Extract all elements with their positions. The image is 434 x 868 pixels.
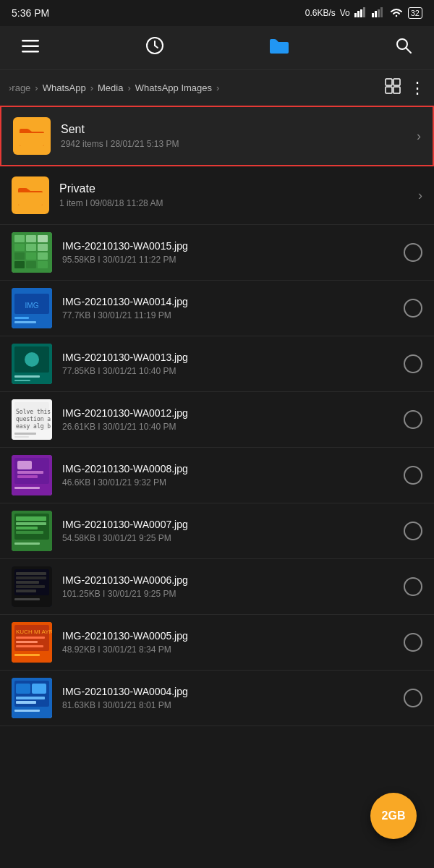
file-item-0008[interactable]: IMG-20210130-WA0008.jpg 46.6KB I 30/01/2… bbox=[0, 448, 434, 503]
svg-point-40 bbox=[25, 352, 39, 367]
file-checkbox-0006[interactable] bbox=[404, 577, 422, 596]
file-info-0005: IMG-20210130-WA0005.jpg 48.92KB I 30/01/… bbox=[62, 630, 398, 655]
folder-sent-info: Sent 2942 items I 28/01/21 5:13 PM bbox=[61, 123, 411, 149]
folder-button[interactable] bbox=[266, 36, 292, 60]
history-button[interactable] bbox=[142, 36, 168, 59]
svg-rect-55 bbox=[14, 487, 40, 489]
search-button[interactable] bbox=[391, 37, 417, 59]
network-type-icon: Vo bbox=[340, 8, 350, 18]
file-checkbox-0004[interactable] bbox=[404, 689, 422, 707]
file-item-0004[interactable]: IMG-20210130-WA0004.jpg 81.63KB I 30/01/… bbox=[0, 671, 434, 726]
svg-line-13 bbox=[155, 46, 158, 48]
file-name-0014: IMG-20210130-WA0014.jpg bbox=[62, 296, 398, 307]
file-meta-0006: 101.25KB I 30/01/21 9:25 PM bbox=[62, 589, 398, 599]
folder-sent-meta: 2942 items I 28/01/21 5:13 PM bbox=[61, 139, 411, 149]
signal-bars-icon bbox=[354, 7, 367, 20]
file-checkbox-0013[interactable] bbox=[404, 354, 422, 373]
svg-rect-83 bbox=[16, 701, 36, 704]
svg-rect-22 bbox=[26, 235, 36, 242]
svg-rect-75 bbox=[16, 641, 38, 643]
network-speed: 0.6KB/s bbox=[305, 8, 336, 18]
file-name-0012: IMG-20210130-WA0012.jpg bbox=[62, 407, 398, 419]
svg-rect-6 bbox=[378, 9, 380, 17]
folder-sent-thumbnail bbox=[13, 117, 51, 155]
svg-rect-53 bbox=[17, 471, 43, 474]
svg-rect-70 bbox=[14, 598, 40, 600]
file-thumb-0015 bbox=[12, 232, 52, 273]
file-meta-0015: 95.58KB I 30/01/21 11:22 PM bbox=[62, 255, 398, 265]
svg-rect-5 bbox=[375, 11, 377, 17]
file-item-0007[interactable]: IMG-20210130-WA0007.jpg 54.58KB I 30/01/… bbox=[0, 503, 434, 559]
status-bar: 5:36 PM 0.6KB/s Vo bbox=[0, 0, 434, 26]
file-info-0013: IMG-20210130-WA0013.jpg 77.85KB I 30/01/… bbox=[62, 352, 398, 376]
svg-rect-52 bbox=[17, 461, 32, 469]
file-checkbox-0008[interactable] bbox=[404, 466, 422, 485]
svg-text:question a: question a bbox=[16, 416, 51, 422]
battery-icon: 32 bbox=[408, 7, 422, 19]
svg-rect-21 bbox=[14, 235, 25, 242]
svg-rect-2 bbox=[360, 9, 362, 17]
folder-private[interactable]: Private 1 item I 09/08/18 11:28 AM › bbox=[0, 166, 434, 225]
svg-rect-81 bbox=[32, 684, 46, 694]
file-name-0015: IMG-20210130-WA0015.jpg bbox=[62, 240, 398, 252]
file-meta-0004: 81.63KB I 30/01/21 8:01 PM bbox=[62, 700, 398, 710]
file-thumb-0006 bbox=[12, 566, 52, 607]
svg-rect-3 bbox=[363, 7, 365, 17]
svg-rect-66 bbox=[16, 576, 46, 579]
grid-view-button[interactable] bbox=[385, 78, 401, 98]
svg-rect-29 bbox=[38, 252, 48, 260]
svg-rect-84 bbox=[14, 710, 40, 712]
svg-rect-60 bbox=[16, 527, 38, 529]
file-meta-0008: 46.6KB I 30/01/21 9:32 PM bbox=[62, 477, 398, 488]
file-checkbox-0005[interactable] bbox=[404, 633, 422, 652]
breadcrumb-media[interactable]: Media bbox=[98, 82, 123, 93]
file-checkbox-0014[interactable] bbox=[404, 299, 422, 318]
breadcrumb-whatsapp[interactable]: WhatsApp bbox=[43, 82, 86, 93]
svg-rect-68 bbox=[16, 585, 45, 588]
svg-rect-19 bbox=[393, 87, 400, 93]
menu-button[interactable] bbox=[17, 38, 43, 57]
wifi-icon bbox=[389, 7, 404, 20]
svg-rect-8 bbox=[22, 40, 39, 42]
svg-rect-16 bbox=[386, 79, 392, 85]
svg-rect-26 bbox=[38, 244, 48, 251]
breadcrumb-images[interactable]: WhatsApp Images bbox=[135, 82, 212, 93]
file-item-0005[interactable]: KUCH MI AYRO IMG-20210130-WA0005.jpg 48.… bbox=[0, 615, 434, 671]
folder-private-chevron: › bbox=[418, 188, 422, 203]
breadcrumb-storage[interactable]: ›rage bbox=[9, 82, 30, 93]
status-icons: 0.6KB/s Vo 32 bbox=[305, 7, 422, 20]
svg-rect-54 bbox=[17, 475, 38, 478]
top-nav bbox=[0, 26, 434, 69]
file-checkbox-0015[interactable] bbox=[404, 243, 422, 262]
folder-sent[interactable]: Sent 2942 items I 28/01/21 5:13 PM › bbox=[0, 106, 434, 166]
file-item-0012[interactable]: Solve this question a easy alg b IMG-202… bbox=[0, 392, 434, 448]
file-item-0013[interactable]: IMG-20210130-WA0013.jpg 77.85KB I 30/01/… bbox=[0, 336, 434, 392]
svg-rect-4 bbox=[372, 13, 374, 17]
file-info-0008: IMG-20210130-WA0008.jpg 46.6KB I 30/01/2… bbox=[62, 463, 398, 488]
svg-rect-77 bbox=[14, 654, 40, 656]
file-item-0015[interactable]: IMG-20210130-WA0015.jpg 95.58KB I 30/01/… bbox=[0, 225, 434, 281]
file-checkbox-0012[interactable] bbox=[404, 410, 422, 429]
svg-rect-18 bbox=[386, 87, 392, 93]
svg-rect-49 bbox=[14, 436, 29, 438]
folder-sent-name: Sent bbox=[61, 123, 411, 136]
file-meta-0012: 26.61KB I 30/01/21 10:40 PM bbox=[62, 422, 398, 432]
file-info-0007: IMG-20210130-WA0007.jpg 54.58KB I 30/01/… bbox=[62, 519, 398, 543]
svg-line-15 bbox=[406, 48, 411, 53]
file-item-0006[interactable]: IMG-20210130-WA0006.jpg 101.25KB I 30/01… bbox=[0, 559, 434, 615]
file-info-0012: IMG-20210130-WA0012.jpg 26.61KB I 30/01/… bbox=[62, 407, 398, 432]
file-checkbox-0007[interactable] bbox=[404, 522, 422, 540]
file-item-0014[interactable]: IMG IMG-20210130-WA0014.jpg 77.7KB I 30/… bbox=[0, 281, 434, 336]
file-thumb-0014: IMG bbox=[12, 288, 52, 328]
svg-rect-74 bbox=[16, 637, 45, 639]
svg-rect-1 bbox=[357, 11, 359, 17]
svg-rect-41 bbox=[14, 375, 40, 378]
more-options-button[interactable]: ⋮ bbox=[409, 79, 425, 98]
file-meta-0014: 77.7KB I 30/01/21 11:19 PM bbox=[62, 310, 398, 320]
storage-fab[interactable]: 2GB bbox=[370, 793, 417, 839]
svg-rect-36 bbox=[14, 317, 29, 319]
file-meta-0005: 48.92KB I 30/01/21 8:34 PM bbox=[62, 644, 398, 655]
svg-text:KUCH MI AYRO: KUCH MI AYRO bbox=[16, 629, 52, 635]
svg-rect-58 bbox=[16, 516, 46, 521]
file-list: Sent 2942 items I 28/01/21 5:13 PM › Pri… bbox=[0, 106, 434, 726]
